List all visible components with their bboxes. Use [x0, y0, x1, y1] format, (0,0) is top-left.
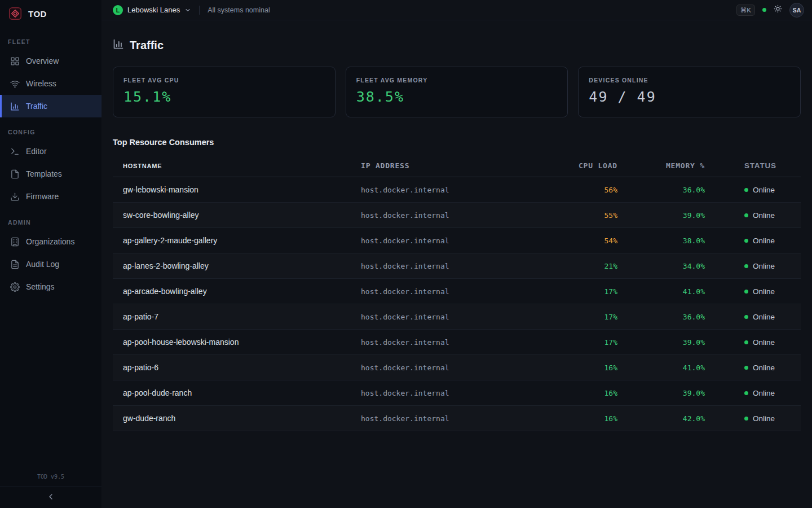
table-row[interactable]: ap-gallery-2-maude-galleryhost.docker.in… — [113, 228, 801, 253]
table-row[interactable]: gw-dude-ranchhost.docker.internal16%42.0… — [113, 406, 801, 431]
sidebar-item-traffic[interactable]: Traffic — [0, 95, 102, 117]
status-text: Online — [753, 364, 775, 372]
table-row[interactable]: ap-pool-dude-ranchhost.docker.internal16… — [113, 380, 801, 406]
health-status-dot — [762, 8, 766, 12]
cpu-load-cell: 16% — [547, 364, 617, 372]
wifi-icon — [10, 79, 20, 89]
sidebar-item-label: Editor — [26, 147, 47, 156]
hostname-cell: ap-patio-6 — [113, 363, 361, 372]
hostname-cell: gw-lebowski-mansion — [113, 185, 361, 194]
sidebar-item-audit-log[interactable]: Audit Log — [0, 253, 102, 275]
sidebar-item-firmware[interactable]: Firmware — [0, 185, 102, 208]
sidebar-item-label: Firmware — [26, 192, 59, 201]
memory-cell: 36.0% — [617, 186, 705, 194]
gear-icon — [10, 282, 20, 292]
status-cell: Online — [705, 414, 801, 423]
sidebar-item-overview[interactable]: Overview — [0, 50, 102, 72]
sun-icon — [774, 5, 782, 15]
stat-value: 15.1% — [123, 89, 325, 105]
column-header-ip-address[interactable]: IP ADDRESS — [361, 161, 547, 170]
status-text: Online — [753, 414, 775, 423]
nav-section-label: FLEET — [0, 27, 102, 50]
online-status-dot — [744, 213, 748, 217]
memory-cell: 41.0% — [617, 287, 705, 296]
status-text: Online — [753, 262, 775, 270]
table-title: Top Resource Consumers — [113, 138, 801, 147]
sidebar-item-wireless[interactable]: Wireless — [0, 72, 102, 95]
hostname-cell: ap-lanes-2-bowling-alley — [113, 261, 361, 270]
ip-address-cell: host.docker.internal — [361, 211, 547, 220]
sidebar-collapse-button[interactable] — [0, 487, 102, 508]
table-row[interactable]: ap-lanes-2-bowling-alleyhost.docker.inte… — [113, 253, 801, 279]
table-row[interactable]: ap-arcade-bowling-alleyhost.docker.inter… — [113, 279, 801, 304]
system-status-text: All systems nominal — [208, 6, 270, 14]
stat-card: FLEET AVG CPU15.1% — [113, 67, 336, 117]
bar-chart-icon — [10, 102, 20, 111]
command-palette-shortcut[interactable]: ⌘K — [736, 5, 755, 16]
stat-value: 49 / 49 — [589, 89, 790, 105]
status-text: Online — [753, 211, 775, 220]
audit-log-icon — [10, 260, 20, 269]
sidebar-item-templates[interactable]: Templates — [0, 163, 102, 185]
chevron-down-icon — [184, 7, 191, 14]
memory-cell: 42.0% — [617, 414, 705, 423]
topbar-right: ⌘K SA — [736, 3, 804, 17]
status-text: Online — [753, 287, 775, 296]
status-cell: Online — [705, 287, 801, 296]
online-status-dot — [744, 264, 748, 268]
status-text: Online — [753, 237, 775, 245]
top-bar: L Lebowski Lanes All systems nominal ⌘K … — [102, 0, 812, 20]
table-row[interactable]: gw-lebowski-mansionhost.docker.internal5… — [113, 177, 801, 203]
chevron-left-icon — [46, 492, 55, 503]
status-cell: Online — [705, 262, 801, 270]
app-logo[interactable]: TOD — [0, 0, 102, 27]
ip-address-cell: host.docker.internal — [361, 389, 547, 397]
header-divider — [199, 6, 200, 15]
memory-cell: 39.0% — [617, 389, 705, 397]
cpu-load-cell: 17% — [547, 338, 617, 347]
table-row[interactable]: ap-pool-house-lebowski-mansionhost.docke… — [113, 330, 801, 355]
sidebar-item-label: Overview — [26, 56, 59, 65]
table-row[interactable]: ap-patio-6host.docker.internal16%41.0%On… — [113, 355, 801, 380]
sidebar-item-editor[interactable]: Editor — [0, 140, 102, 163]
stat-label: FLEET AVG CPU — [123, 77, 325, 84]
app-title: TOD — [28, 9, 47, 19]
cpu-load-cell: 16% — [547, 389, 617, 397]
org-avatar: L — [113, 5, 123, 15]
online-status-dot — [744, 391, 748, 395]
memory-cell: 39.0% — [617, 211, 705, 220]
main-area: L Lebowski Lanes All systems nominal ⌘K … — [102, 0, 812, 508]
sidebar-item-settings[interactable]: Settings — [0, 275, 102, 298]
column-header-status[interactable]: STATUS — [705, 161, 801, 170]
status-text: Online — [753, 313, 775, 321]
hostname-cell: ap-patio-7 — [113, 312, 361, 321]
sidebar-item-organizations[interactable]: Organizations — [0, 230, 102, 253]
cpu-load-cell: 17% — [547, 313, 617, 321]
table-row[interactable]: ap-patio-7host.docker.internal17%36.0%On… — [113, 304, 801, 330]
terminal-icon — [10, 147, 20, 156]
column-header-hostname[interactable]: HOSTNAME — [113, 163, 361, 169]
table-row[interactable]: sw-core-bowling-alleyhost.docker.interna… — [113, 203, 801, 228]
file-icon — [10, 169, 20, 179]
status-cell: Online — [705, 186, 801, 194]
cpu-load-cell: 56% — [547, 186, 617, 194]
column-header-memory-[interactable]: MEMORY % — [617, 161, 705, 170]
online-status-dot — [744, 366, 748, 370]
sidebar-item-label: Audit Log — [26, 260, 59, 269]
sidebar-item-label: Settings — [26, 282, 55, 291]
ip-address-cell: host.docker.internal — [361, 186, 547, 194]
grid-icon — [10, 56, 20, 66]
status-text: Online — [753, 186, 775, 194]
org-switcher[interactable]: L Lebowski Lanes — [113, 5, 191, 15]
online-status-dot — [744, 315, 748, 319]
column-header-cpu-load[interactable]: CPU LOAD — [547, 161, 617, 170]
online-status-dot — [744, 239, 748, 243]
user-avatar[interactable]: SA — [789, 3, 804, 17]
cpu-load-cell: 54% — [547, 237, 617, 245]
status-text: Online — [753, 338, 775, 347]
theme-toggle-button[interactable] — [774, 5, 782, 15]
ip-address-cell: host.docker.internal — [361, 237, 547, 245]
tod-logo-icon — [8, 6, 23, 21]
ip-address-cell: host.docker.internal — [361, 338, 547, 347]
sidebar-item-label: Traffic — [26, 102, 47, 111]
